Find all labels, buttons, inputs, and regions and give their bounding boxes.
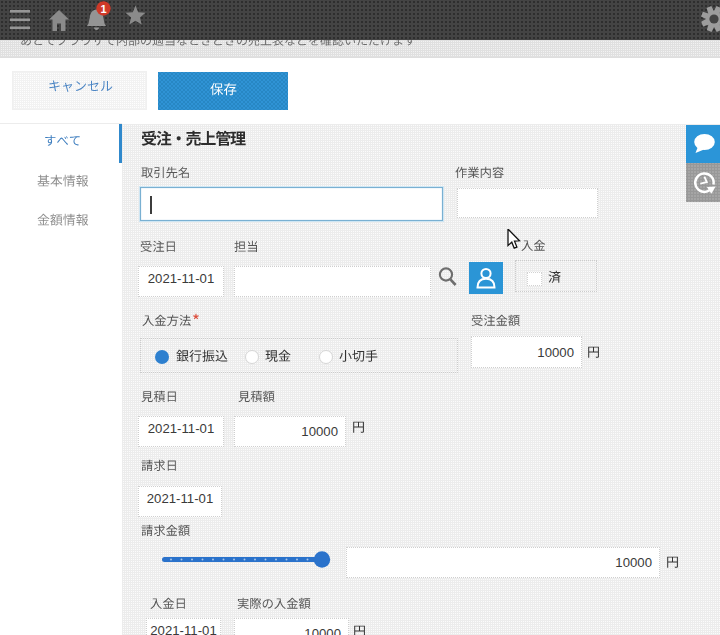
svg-text:1: 1 bbox=[100, 3, 106, 15]
